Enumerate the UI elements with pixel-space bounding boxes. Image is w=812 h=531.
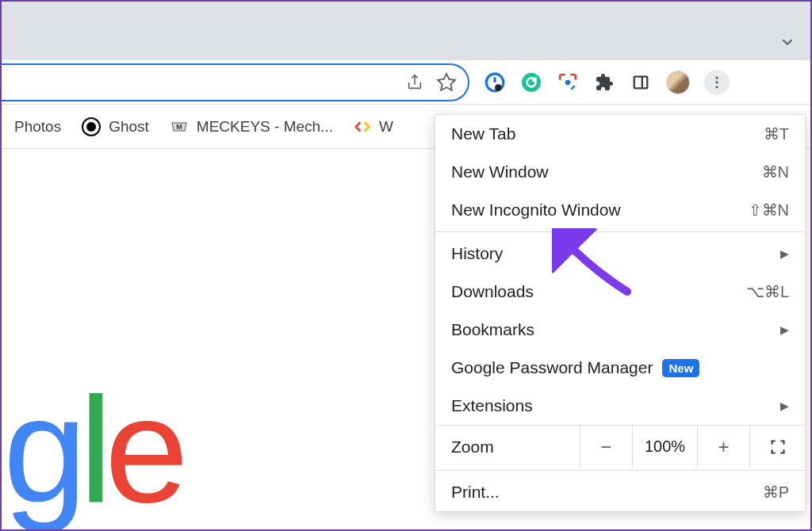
zoom-value: 100% <box>632 426 697 468</box>
menu-item-label: Print... <box>451 483 500 502</box>
svg-rect-6 <box>634 76 648 88</box>
menu-password-manager[interactable]: Google Password Manager New <box>435 349 805 387</box>
bookmark-photos[interactable]: Photos <box>14 118 61 136</box>
menu-shortcut: ⌘T <box>764 124 789 143</box>
bookmark-label: MECKEYS - Mech... <box>197 118 333 136</box>
svg-text:M: M <box>176 123 182 131</box>
tab-strip[interactable] <box>2 2 810 60</box>
code-icon <box>354 118 371 136</box>
meckeys-icon: M <box>170 117 189 136</box>
tab-dropdown-icon[interactable] <box>779 33 796 54</box>
share-icon[interactable] <box>406 74 423 91</box>
fullscreen-button[interactable] <box>749 426 805 468</box>
google-logo-fragment: gle <box>3 363 181 531</box>
bookmark-label: Photos <box>14 118 61 136</box>
extensions-puzzle-icon[interactable] <box>593 71 615 94</box>
chrome-menu-button[interactable] <box>704 70 730 95</box>
submenu-arrow-icon: ▶ <box>780 323 789 336</box>
svg-marker-1 <box>438 74 455 90</box>
menu-separator <box>435 470 805 471</box>
svg-point-5 <box>565 79 571 85</box>
svg-point-12 <box>86 122 96 132</box>
submenu-arrow-icon: ▶ <box>780 247 789 260</box>
menu-item-label: New Window <box>451 162 549 181</box>
menu-zoom-row: Zoom − 100% + <box>435 425 805 468</box>
bookmark-label: Ghost <box>109 118 149 136</box>
ghost-icon <box>82 117 101 136</box>
menu-new-incognito[interactable]: New Incognito Window ⇧⌘N <box>435 191 805 229</box>
new-badge: New <box>662 359 699 377</box>
svg-point-3 <box>495 84 502 91</box>
menu-bookmarks[interactable]: Bookmarks ▶ <box>435 311 805 349</box>
menu-shortcut: ⌘P <box>763 483 789 502</box>
svg-point-9 <box>715 81 718 83</box>
profile-avatar[interactable] <box>666 71 690 94</box>
extension-onetab-icon[interactable] <box>484 71 506 94</box>
extension-icons <box>476 70 730 95</box>
extension-grammarly-icon[interactable] <box>520 71 542 94</box>
zoom-out-button[interactable]: − <box>580 426 632 468</box>
menu-new-window[interactable]: New Window ⌘N <box>435 153 805 191</box>
menu-extensions[interactable]: Extensions ▶ <box>435 387 805 425</box>
svg-point-10 <box>715 86 718 88</box>
zoom-in-button[interactable]: + <box>697 426 749 468</box>
menu-new-tab[interactable]: New Tab ⌘T <box>435 115 805 153</box>
menu-item-label: New Incognito Window <box>451 201 621 220</box>
side-panel-icon[interactable] <box>630 71 652 94</box>
menu-shortcut: ⇧⌘N <box>749 201 789 220</box>
bookmark-star-icon[interactable] <box>436 72 457 93</box>
menu-item-label: Bookmarks <box>451 320 534 339</box>
menu-print[interactable]: Print... ⌘P <box>435 473 805 511</box>
chrome-menu: New Tab ⌘T New Window ⌘N New Incognito W… <box>435 114 806 512</box>
menu-item-label: History <box>451 244 503 263</box>
annotation-arrow <box>552 228 639 303</box>
bookmark-ghost[interactable]: Ghost <box>82 117 149 136</box>
bookmark-meckeys[interactable]: M MECKEYS - Mech... <box>170 117 333 136</box>
menu-shortcut: ⌘N <box>762 162 789 181</box>
menu-item-label: Extensions <box>451 396 533 415</box>
svg-point-8 <box>715 76 718 78</box>
menu-shortcut: ⌥⌘L <box>746 282 789 301</box>
address-bar[interactable] <box>2 63 469 101</box>
extension-screenshot-icon[interactable] <box>557 71 579 94</box>
zoom-label: Zoom <box>435 426 580 468</box>
toolbar <box>2 60 810 105</box>
menu-item-label: Downloads <box>451 282 534 301</box>
bookmark-w[interactable]: W <box>354 118 393 136</box>
menu-item-label: Google Password Manager <box>451 358 653 377</box>
bookmark-label: W <box>379 118 393 136</box>
menu-item-label: New Tab <box>451 124 515 143</box>
submenu-arrow-icon: ▶ <box>780 399 789 412</box>
svg-point-4 <box>522 73 541 92</box>
